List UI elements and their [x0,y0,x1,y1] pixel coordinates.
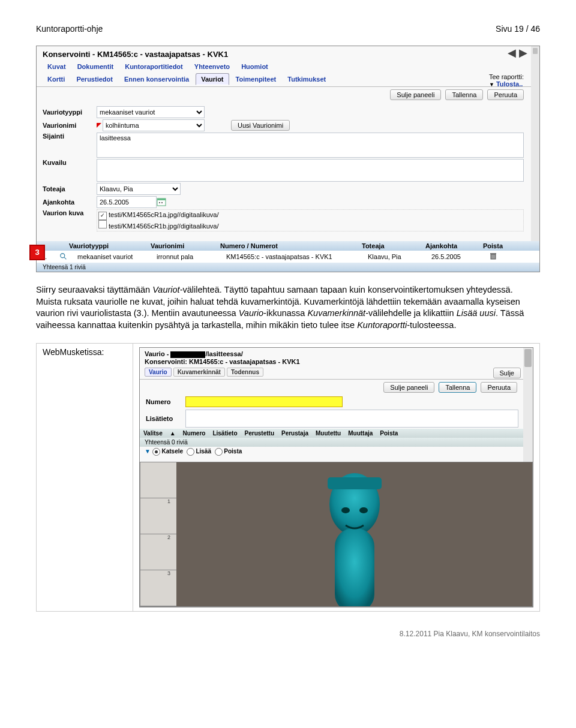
toteaja-select[interactable]: Klaavu, Pia [97,183,181,195]
step-badge-3: 3 [29,245,45,260]
vauriotyyppi-select[interactable]: mekaaniset vauriot [97,106,205,118]
svg-point-11 [359,507,368,513]
col-muutettu: Muutettu [312,430,344,437]
calendar-icon[interactable] [157,197,166,207]
vertical-scrollbar[interactable] [531,46,539,272]
kuvamerkinnat-grid-header: Valitse ▲ Numero Lisätieto Perustettu Pe… [140,429,533,438]
file1-checkbox[interactable]: ✓ [98,212,107,220]
sulje-button[interactable]: Sulje [493,368,521,378]
ajankohta-input[interactable] [97,196,157,208]
screenshot-vaurio-window: Vaurio - /lasitteessa/ Konservointi: KM1… [139,347,533,607]
col-perustaja: Perustaja [278,430,312,437]
svg-rect-3 [161,202,163,203]
svg-rect-6 [491,254,496,259]
sc2-peruuta-button[interactable]: Peruuta [481,382,517,393]
svg-rect-2 [159,202,160,203]
doc-page: Sivu 19 / 46 [496,24,540,34]
vauriot-grid-row[interactable]: 1. mekaaniset vauriot irronnut pala KM14… [37,251,539,263]
katsele-label: Katsele [161,448,183,455]
vaurio-title: Vaurio - /lasitteessa/ [140,348,533,358]
tallenna-button[interactable]: Tallenna [445,89,483,100]
tab-tutkimukset[interactable]: Tutkimukset [283,74,331,85]
table-content-cell: Vaurio - /lasitteessa/ Konservointi: KM1… [133,344,540,612]
tab-todennus[interactable]: Todennus [227,368,263,377]
document-footer: 8.12.2011 Pia Klaavu, KM konservointilai… [36,630,540,638]
col-vaurionimi: Vaurionimi [146,242,215,249]
sijainti-value: lasitteessa [100,134,131,142]
svg-line-5 [64,257,67,260]
redacted-block [170,351,205,358]
vaurionimi-select[interactable]: kolhiintuma [103,119,205,131]
magnifier-icon[interactable] [55,252,73,261]
lisaa-radio[interactable] [187,448,194,456]
col-valitse: Valitse [140,430,166,437]
cell-ajankohta: 26.5.2005 [427,253,484,260]
tab-toimenpiteet[interactable]: Toimenpiteet [231,74,281,85]
vaurionimi-label: Vaurionimi [43,122,97,129]
sulje-paneeli-button[interactable]: Sulje paneeli [390,89,441,100]
tab-dokumentit[interactable]: Dokumentit [73,61,119,72]
col-perustettu: Perustettu [241,430,278,437]
tab-kuvat[interactable]: Kuvat [43,61,71,72]
lisaa-label: Lisää [196,448,211,455]
katsele-radio[interactable] [152,448,160,456]
tab-vauriot[interactable]: Vauriot [196,73,229,85]
svg-rect-7 [490,253,496,254]
grid-summary: Yhteensä 1 riviä [37,263,539,272]
vauriotyyppi-label: Vauriotyyppi [43,109,97,116]
poista-radio[interactable] [215,448,223,456]
col-ajankohta: Ajankohta [421,242,478,249]
tab-kuntoraportitiedot[interactable]: Kuntoraportitiedot [120,61,188,72]
file2-path: testi/KM14565cR1b.jpg//digitaalikuva/ [109,222,218,230]
tab-kuvamerkinnat[interactable]: Kuvamerkinnät [173,368,225,377]
file1-path: testi/KM14565cR1a.jpg//digitaalikuva/ [109,211,218,218]
cell-numero: KM14565:c - vastaajapatsas - KVK1 [221,253,363,260]
col-toteaja: Toteaja [357,242,421,249]
col-numero: Numero / Numerot [215,242,357,249]
sijainti-label: Sijainti [43,133,97,140]
panel-title: Konservointi - KM14565:c - vastaajapatsa… [37,46,539,60]
doc-title: Kuntoraportti-ohje [36,24,103,34]
svg-rect-9 [335,528,374,606]
artifact-photo: 1 2 3 [140,462,533,607]
tab-kortti[interactable]: Kortti [43,74,70,85]
tabrow-2: Tee raportti: ▼ Tulosta.. Kortti Perusti… [37,72,539,85]
lisatieto-input[interactable] [185,410,518,428]
svg-rect-12 [328,477,382,489]
vauriot-grid-header: Vauriotyyppi Vaurionimi Numero / Numerot… [37,241,539,251]
tab-vaurio[interactable]: Vaurio [145,368,172,377]
tulosta-link[interactable]: Tulosta.. [496,80,523,88]
trash-icon[interactable] [484,252,502,261]
statue-icon [310,468,400,606]
vaurionkuva-label: Vaurion kuva [43,209,97,216]
cell-toteaja: Klaavu, Pia [363,253,427,260]
cell-vaurionimi: irronnut pala [152,253,221,260]
col-muuttaja: Muuttaja [344,430,376,437]
tab-huomiot[interactable]: Huomiot [236,61,273,72]
ruler: 1 2 3 [140,462,176,606]
cell-vauriotyyppi: mekaaniset vauriot [73,253,152,260]
col-numero2: Numero [179,430,209,437]
sijainti-textarea[interactable]: lasitteessa [97,133,524,158]
col-poista2: Poista [376,430,401,437]
tab-yhteenveto[interactable]: Yhteenveto [190,61,235,72]
kuvailu-label: Kuvailu [43,159,97,166]
peruuta-button[interactable]: Peruuta [487,89,524,100]
svg-point-10 [341,507,350,513]
kuvailu-textarea[interactable] [97,159,524,182]
lisatieto-label: Lisätieto [146,415,182,422]
file2-checkbox[interactable] [98,220,107,228]
col-vauriotyyppi: Vauriotyyppi [64,242,146,249]
tee-raportti-label: Tee raportti: [489,73,524,80]
svg-point-4 [61,254,65,258]
webmusketissa-table: WebMusketissa: Vaurio - /lasitteessa/ Ko… [36,343,540,612]
numero-input-highlight[interactable] [185,396,343,407]
uusi-vaurionimi-button[interactable]: Uusi Vaurionimi [231,120,290,131]
sc2-tallenna-button[interactable]: Tallenna [439,382,476,393]
required-marker-icon [97,123,101,128]
tab-ennen-konservointia[interactable]: Ennen konservointia [119,74,194,85]
sc2-sulje-paneeli-button[interactable]: Sulje paneeli [383,382,434,393]
tabrow-1: Kuvat Dokumentit Kuntoraportitiedot Yhte… [37,60,539,72]
poista-label: Poista [224,448,242,455]
tab-perustiedot[interactable]: Perustiedot [71,74,118,85]
